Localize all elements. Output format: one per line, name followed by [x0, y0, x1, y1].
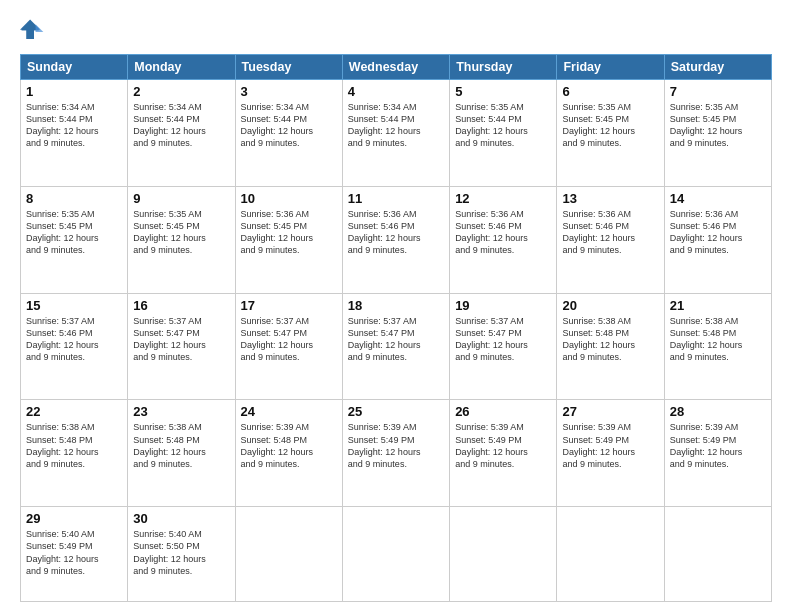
- logo: [20, 18, 52, 46]
- day-info: Sunrise: 5:38 AM Sunset: 5:48 PM Dayligh…: [133, 421, 229, 470]
- calendar-tbody: 1Sunrise: 5:34 AM Sunset: 5:44 PM Daylig…: [21, 80, 772, 602]
- day-cell: [342, 507, 449, 602]
- day-info: Sunrise: 5:36 AM Sunset: 5:46 PM Dayligh…: [670, 208, 766, 257]
- day-info: Sunrise: 5:37 AM Sunset: 5:47 PM Dayligh…: [133, 315, 229, 364]
- day-info: Sunrise: 5:37 AM Sunset: 5:47 PM Dayligh…: [348, 315, 444, 364]
- day-number: 7: [670, 84, 766, 99]
- svg-marker-3: [36, 24, 44, 32]
- day-cell: 11Sunrise: 5:36 AM Sunset: 5:46 PM Dayli…: [342, 186, 449, 293]
- day-number: 27: [562, 404, 658, 419]
- day-cell: 24Sunrise: 5:39 AM Sunset: 5:48 PM Dayli…: [235, 400, 342, 507]
- header-wednesday: Wednesday: [342, 55, 449, 80]
- day-number: 4: [348, 84, 444, 99]
- day-info: Sunrise: 5:38 AM Sunset: 5:48 PM Dayligh…: [26, 421, 122, 470]
- day-cell: 30Sunrise: 5:40 AM Sunset: 5:50 PM Dayli…: [128, 507, 235, 602]
- calendar-table: SundayMondayTuesdayWednesdayThursdayFrid…: [20, 54, 772, 602]
- day-number: 15: [26, 298, 122, 313]
- header-row: [20, 18, 772, 46]
- day-cell: [450, 507, 557, 602]
- day-info: Sunrise: 5:40 AM Sunset: 5:49 PM Dayligh…: [26, 528, 122, 577]
- day-info: Sunrise: 5:39 AM Sunset: 5:49 PM Dayligh…: [670, 421, 766, 470]
- day-number: 28: [670, 404, 766, 419]
- day-cell: 18Sunrise: 5:37 AM Sunset: 5:47 PM Dayli…: [342, 293, 449, 400]
- day-number: 26: [455, 404, 551, 419]
- day-cell: [664, 507, 771, 602]
- day-cell: [557, 507, 664, 602]
- header-saturday: Saturday: [664, 55, 771, 80]
- day-cell: 22Sunrise: 5:38 AM Sunset: 5:48 PM Dayli…: [21, 400, 128, 507]
- week-row-5: 29Sunrise: 5:40 AM Sunset: 5:49 PM Dayli…: [21, 507, 772, 602]
- day-cell: 29Sunrise: 5:40 AM Sunset: 5:49 PM Dayli…: [21, 507, 128, 602]
- day-info: Sunrise: 5:34 AM Sunset: 5:44 PM Dayligh…: [26, 101, 122, 150]
- day-info: Sunrise: 5:38 AM Sunset: 5:48 PM Dayligh…: [670, 315, 766, 364]
- day-cell: 15Sunrise: 5:37 AM Sunset: 5:46 PM Dayli…: [21, 293, 128, 400]
- day-number: 9: [133, 191, 229, 206]
- day-cell: 2Sunrise: 5:34 AM Sunset: 5:44 PM Daylig…: [128, 80, 235, 187]
- day-number: 22: [26, 404, 122, 419]
- day-number: 24: [241, 404, 337, 419]
- day-info: Sunrise: 5:39 AM Sunset: 5:49 PM Dayligh…: [455, 421, 551, 470]
- logo-icon: [20, 18, 48, 46]
- day-cell: 21Sunrise: 5:38 AM Sunset: 5:48 PM Dayli…: [664, 293, 771, 400]
- day-number: 6: [562, 84, 658, 99]
- day-cell: 17Sunrise: 5:37 AM Sunset: 5:47 PM Dayli…: [235, 293, 342, 400]
- day-cell: 6Sunrise: 5:35 AM Sunset: 5:45 PM Daylig…: [557, 80, 664, 187]
- day-info: Sunrise: 5:35 AM Sunset: 5:45 PM Dayligh…: [26, 208, 122, 257]
- day-number: 17: [241, 298, 337, 313]
- day-cell: 26Sunrise: 5:39 AM Sunset: 5:49 PM Dayli…: [450, 400, 557, 507]
- day-cell: 10Sunrise: 5:36 AM Sunset: 5:45 PM Dayli…: [235, 186, 342, 293]
- day-info: Sunrise: 5:36 AM Sunset: 5:46 PM Dayligh…: [348, 208, 444, 257]
- day-cell: 4Sunrise: 5:34 AM Sunset: 5:44 PM Daylig…: [342, 80, 449, 187]
- day-cell: 1Sunrise: 5:34 AM Sunset: 5:44 PM Daylig…: [21, 80, 128, 187]
- calendar-thead: SundayMondayTuesdayWednesdayThursdayFrid…: [21, 55, 772, 80]
- day-info: Sunrise: 5:38 AM Sunset: 5:48 PM Dayligh…: [562, 315, 658, 364]
- week-row-3: 15Sunrise: 5:37 AM Sunset: 5:46 PM Dayli…: [21, 293, 772, 400]
- day-cell: 12Sunrise: 5:36 AM Sunset: 5:46 PM Dayli…: [450, 186, 557, 293]
- day-info: Sunrise: 5:36 AM Sunset: 5:46 PM Dayligh…: [562, 208, 658, 257]
- day-cell: 8Sunrise: 5:35 AM Sunset: 5:45 PM Daylig…: [21, 186, 128, 293]
- header-row-days: SundayMondayTuesdayWednesdayThursdayFrid…: [21, 55, 772, 80]
- header-monday: Monday: [128, 55, 235, 80]
- day-info: Sunrise: 5:36 AM Sunset: 5:46 PM Dayligh…: [455, 208, 551, 257]
- day-cell: 19Sunrise: 5:37 AM Sunset: 5:47 PM Dayli…: [450, 293, 557, 400]
- week-row-4: 22Sunrise: 5:38 AM Sunset: 5:48 PM Dayli…: [21, 400, 772, 507]
- day-info: Sunrise: 5:37 AM Sunset: 5:47 PM Dayligh…: [241, 315, 337, 364]
- day-info: Sunrise: 5:35 AM Sunset: 5:45 PM Dayligh…: [562, 101, 658, 150]
- day-number: 1: [26, 84, 122, 99]
- svg-rect-2: [26, 30, 34, 39]
- page: SundayMondayTuesdayWednesdayThursdayFrid…: [0, 0, 792, 612]
- day-number: 23: [133, 404, 229, 419]
- day-number: 30: [133, 511, 229, 526]
- day-info: Sunrise: 5:37 AM Sunset: 5:46 PM Dayligh…: [26, 315, 122, 364]
- day-number: 29: [26, 511, 122, 526]
- day-number: 19: [455, 298, 551, 313]
- day-info: Sunrise: 5:40 AM Sunset: 5:50 PM Dayligh…: [133, 528, 229, 577]
- week-row-2: 8Sunrise: 5:35 AM Sunset: 5:45 PM Daylig…: [21, 186, 772, 293]
- day-info: Sunrise: 5:35 AM Sunset: 5:45 PM Dayligh…: [133, 208, 229, 257]
- day-cell: 14Sunrise: 5:36 AM Sunset: 5:46 PM Dayli…: [664, 186, 771, 293]
- day-cell: 7Sunrise: 5:35 AM Sunset: 5:45 PM Daylig…: [664, 80, 771, 187]
- day-number: 8: [26, 191, 122, 206]
- day-info: Sunrise: 5:35 AM Sunset: 5:45 PM Dayligh…: [670, 101, 766, 150]
- day-number: 13: [562, 191, 658, 206]
- day-info: Sunrise: 5:39 AM Sunset: 5:49 PM Dayligh…: [562, 421, 658, 470]
- day-info: Sunrise: 5:34 AM Sunset: 5:44 PM Dayligh…: [348, 101, 444, 150]
- day-info: Sunrise: 5:39 AM Sunset: 5:48 PM Dayligh…: [241, 421, 337, 470]
- day-cell: 16Sunrise: 5:37 AM Sunset: 5:47 PM Dayli…: [128, 293, 235, 400]
- day-number: 10: [241, 191, 337, 206]
- day-number: 3: [241, 84, 337, 99]
- day-number: 16: [133, 298, 229, 313]
- day-number: 2: [133, 84, 229, 99]
- day-number: 14: [670, 191, 766, 206]
- day-cell: 23Sunrise: 5:38 AM Sunset: 5:48 PM Dayli…: [128, 400, 235, 507]
- day-cell: [235, 507, 342, 602]
- day-number: 20: [562, 298, 658, 313]
- day-number: 11: [348, 191, 444, 206]
- week-row-1: 1Sunrise: 5:34 AM Sunset: 5:44 PM Daylig…: [21, 80, 772, 187]
- day-number: 18: [348, 298, 444, 313]
- day-info: Sunrise: 5:36 AM Sunset: 5:45 PM Dayligh…: [241, 208, 337, 257]
- day-info: Sunrise: 5:34 AM Sunset: 5:44 PM Dayligh…: [241, 101, 337, 150]
- header-friday: Friday: [557, 55, 664, 80]
- day-number: 21: [670, 298, 766, 313]
- day-number: 5: [455, 84, 551, 99]
